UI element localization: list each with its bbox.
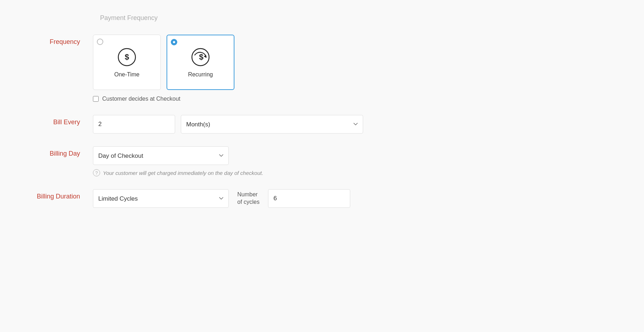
recurring-label: Recurring — [188, 71, 213, 78]
customer-decides-row: Customer decides at Checkout — [93, 96, 623, 102]
help-icon: ? — [93, 169, 100, 176]
customer-decides-checkbox[interactable] — [93, 96, 99, 102]
period-select[interactable]: Day(s) Week(s) Month(s) Year(s) — [181, 115, 363, 134]
customer-decides-label: Customer decides at Checkout — [102, 96, 180, 102]
onetime-label: One-Time — [114, 71, 140, 78]
frequency-label: Frequency — [21, 35, 93, 46]
frequency-cards: $ One-Time $ Recurring — [93, 35, 623, 90]
svg-text:$: $ — [125, 52, 129, 61]
billing-day-label: Billing Day — [21, 146, 93, 157]
bill-every-number-input[interactable] — [93, 115, 175, 134]
svg-marker-4 — [204, 55, 206, 58]
billing-day-row: Billing Day Day of Checkout 1st of Month… — [21, 146, 623, 176]
billing-day-select[interactable]: Day of Checkout 1st of Month 15th of Mon… — [93, 146, 229, 165]
onetime-icon: $ — [117, 47, 137, 67]
helper-text-content: Your customer will get charged immediate… — [103, 170, 263, 176]
radio-onetime[interactable] — [97, 39, 103, 45]
frequency-card-recurring[interactable]: $ Recurring — [167, 35, 234, 90]
billing-duration-row: Billing Duration Limited Cycles Ongoing … — [21, 189, 623, 208]
section-title: Payment Frequency — [100, 14, 623, 22]
bill-every-label: Bill Every — [21, 115, 93, 126]
recurring-icon: $ — [190, 47, 210, 67]
frequency-content: $ One-Time $ Recurring — [93, 35, 623, 102]
bill-every-inputs: Day(s) Week(s) Month(s) Year(s) — [93, 115, 623, 134]
bill-every-content: Day(s) Week(s) Month(s) Year(s) — [93, 115, 623, 134]
billing-duration-content: Limited Cycles Ongoing Until Date Number… — [93, 189, 623, 208]
billing-duration-label: Billing Duration — [21, 189, 93, 200]
billing-day-content: Day of Checkout 1st of Month 15th of Mon… — [93, 146, 623, 176]
radio-recurring[interactable] — [171, 39, 177, 45]
billing-duration-inputs: Limited Cycles Ongoing Until Date Number… — [93, 189, 623, 208]
billing-duration-select[interactable]: Limited Cycles Ongoing Until Date — [93, 189, 229, 208]
bill-every-row: Bill Every Day(s) Week(s) Month(s) Year(… — [21, 115, 623, 134]
page-container: Payment Frequency Frequency $ One-Time — [0, 0, 644, 235]
billing-day-helper: ? Your customer will get charged immedia… — [93, 169, 623, 176]
frequency-row: Frequency $ One-Time $ — [21, 35, 623, 102]
frequency-card-onetime[interactable]: $ One-Time — [93, 35, 161, 90]
svg-text:$: $ — [199, 52, 203, 61]
cycles-number-input[interactable] — [268, 189, 350, 208]
cycles-label: Number of cycles — [237, 191, 259, 206]
